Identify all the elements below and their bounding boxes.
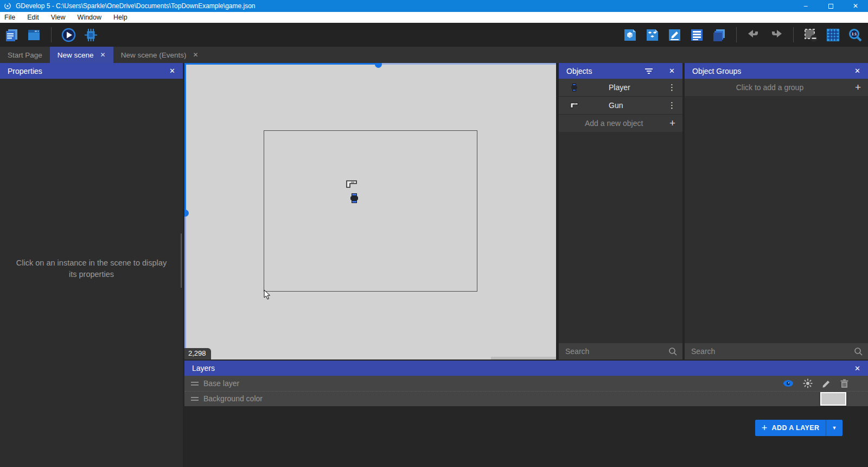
- scene-window-bounds: [264, 130, 477, 292]
- close-button[interactable]: ✕: [843, 0, 868, 12]
- delete-layer-trash-icon[interactable]: [840, 379, 848, 388]
- object-groups-title: Object Groups: [692, 67, 741, 75]
- properties-editor-icon[interactable]: [667, 28, 682, 42]
- gdevelop-window: GDevelop 5 - C:\Users\Sparkle\OneDrive\D…: [0, 0, 868, 467]
- preview-window-icon[interactable]: [27, 28, 41, 42]
- tab-label: New scene (Events): [121, 51, 187, 59]
- instances-list-icon[interactable]: [690, 28, 704, 42]
- layer-effects-icon[interactable]: [803, 378, 813, 388]
- restore-button[interactable]: [818, 0, 843, 12]
- plus-icon: +: [669, 117, 675, 129]
- close-icon[interactable]: ✕: [854, 364, 860, 373]
- add-object-label: Add a new object: [585, 119, 643, 128]
- redo-icon[interactable]: [769, 28, 783, 42]
- drag-handle-icon[interactable]: [191, 395, 199, 402]
- canvas-top-scrollbar[interactable]: [184, 63, 378, 65]
- properties-header: Properties ✕: [0, 63, 183, 79]
- main-toolbar: 1:1: [0, 23, 868, 47]
- object-row-player[interactable]: Player ⋮: [559, 79, 682, 97]
- toolbar-left-group: [4, 27, 98, 42]
- drag-handle-icon[interactable]: [191, 380, 199, 387]
- objects-editor-icon[interactable]: [623, 28, 637, 42]
- layer-actions: [783, 376, 848, 391]
- object-row-gun[interactable]: Gun ⋮: [559, 97, 682, 115]
- menu-window[interactable]: Window: [72, 14, 107, 21]
- background-color-swatch[interactable]: [820, 392, 846, 406]
- add-layer-dropdown[interactable]: ▼: [826, 420, 843, 436]
- canvas-left-scrollbar-track[interactable]: [184, 213, 186, 359]
- search-icon: [854, 347, 863, 356]
- menu-file[interactable]: File: [0, 14, 21, 21]
- scrollbar[interactable]: [181, 234, 182, 288]
- scroll-handle-top[interactable]: [375, 63, 382, 68]
- toolbar-separator: [51, 27, 52, 42]
- zoom-1-1-icon[interactable]: 1:1: [848, 28, 863, 42]
- play-preview-icon[interactable]: [61, 28, 76, 42]
- toolbar-separator: [736, 27, 737, 42]
- mouse-cursor: [264, 289, 271, 300]
- scene-canvas[interactable]: 2,298: [184, 63, 556, 359]
- properties-title: Properties: [8, 67, 42, 75]
- tab-start-page[interactable]: Start Page: [0, 47, 50, 63]
- debug-icon[interactable]: [84, 28, 98, 42]
- filter-icon[interactable]: [645, 67, 653, 75]
- objects-search-row: [559, 343, 682, 359]
- scroll-position-badge: 2,298: [184, 348, 211, 359]
- tab-new-scene[interactable]: New scene ✕: [50, 47, 113, 63]
- close-icon[interactable]: ✕: [854, 67, 860, 75]
- layers-editor-icon[interactable]: [712, 28, 726, 42]
- canvas-left-scrollbar[interactable]: [184, 63, 186, 213]
- project-manager-icon[interactable]: [4, 28, 19, 42]
- visibility-eye-icon[interactable]: [783, 380, 794, 387]
- window-title: GDevelop 5 - C:\Users\Sparkle\OneDrive\D…: [16, 2, 256, 10]
- close-icon[interactable]: ✕: [669, 67, 675, 75]
- deselect-all-icon[interactable]: [803, 28, 818, 42]
- close-icon[interactable]: ✕: [169, 67, 175, 75]
- zoom-ratio-label: 1:1: [852, 32, 857, 36]
- objects-title: Objects: [566, 67, 592, 75]
- kebab-menu-icon[interactable]: ⋮: [668, 100, 676, 110]
- tab-new-scene-events[interactable]: New scene (Events) ✕: [113, 47, 206, 63]
- tab-label: Start Page: [8, 51, 42, 59]
- tab-close-icon[interactable]: ✕: [100, 51, 106, 59]
- objects-panel: Objects ✕ Player ⋮: [559, 63, 682, 359]
- layer-name: Base layer: [203, 379, 239, 388]
- tab-close-icon[interactable]: ✕: [193, 51, 198, 59]
- toggle-grid-icon[interactable]: [826, 28, 840, 42]
- layers-title: Layers: [192, 364, 215, 373]
- minimize-button[interactable]: –: [793, 0, 818, 12]
- layer-name: Background color: [203, 394, 263, 403]
- add-group-label: Click to add a group: [685, 83, 855, 92]
- restore-icon: [828, 4, 833, 9]
- plus-icon: +: [855, 81, 861, 93]
- player-instance[interactable]: [350, 193, 358, 204]
- add-layer-label: ADD A LAYER: [772, 424, 820, 432]
- layer-row-base[interactable]: Base layer: [184, 376, 868, 392]
- plus-icon: +: [762, 422, 768, 434]
- object-groups-editor-icon[interactable]: [645, 28, 660, 42]
- add-layer-button[interactable]: + ADD A LAYER ▼: [755, 420, 843, 436]
- menu-view[interactable]: View: [45, 14, 72, 21]
- chevron-down-icon: ▼: [832, 425, 837, 431]
- add-group-button[interactable]: Click to add a group +: [685, 79, 868, 96]
- undo-icon[interactable]: [746, 28, 761, 42]
- properties-hint: Click on an instance in the scene to dis…: [0, 257, 183, 280]
- canvas-bottom-scrollbar[interactable]: [491, 357, 556, 359]
- edit-layer-pencil-icon[interactable]: [822, 379, 831, 388]
- kebab-menu-icon[interactable]: ⋮: [668, 83, 676, 92]
- layer-row-background-color[interactable]: Background color: [184, 391, 868, 407]
- scroll-handle-left[interactable]: [184, 210, 189, 217]
- add-new-object-button[interactable]: Add a new object +: [559, 115, 682, 132]
- gdevelop-logo-icon: [4, 2, 11, 10]
- groups-search-input[interactable]: [685, 347, 854, 356]
- gun-instance[interactable]: [346, 180, 358, 188]
- objects-search-input[interactable]: [559, 347, 668, 356]
- menu-help[interactable]: Help: [107, 14, 133, 21]
- object-name: Gun: [609, 101, 623, 110]
- object-groups-panel: Object Groups ✕ Click to add a group +: [685, 63, 868, 359]
- groups-search-row: [685, 343, 868, 359]
- menu-edit[interactable]: Edit: [21, 14, 45, 21]
- objects-header: Objects ✕: [559, 63, 682, 79]
- titlebar: GDevelop 5 - C:\Users\Sparkle\OneDrive\D…: [0, 0, 868, 12]
- canvas-top-scrollbar-track[interactable]: [378, 63, 556, 65]
